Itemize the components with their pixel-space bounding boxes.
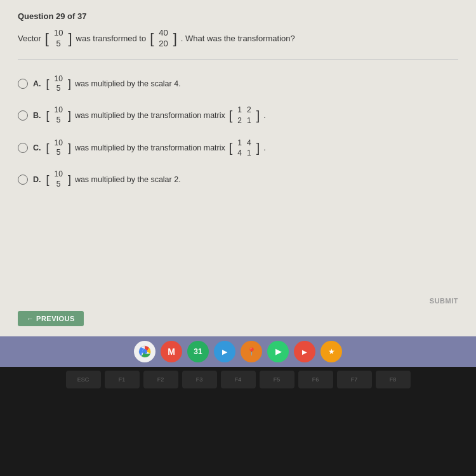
taskbar-youtube[interactable]: ▶ (294, 341, 315, 362)
br: ] (256, 136, 260, 161)
radio-b[interactable] (18, 110, 28, 121)
key-f4[interactable]: F4 (221, 371, 256, 388)
option-c-vector: [ 10 5 ] (46, 138, 71, 159)
vector-values: 10 5 (49, 27, 68, 50)
option-d-content: D. [ 10 5 ] was multiplied by the scalar… (33, 169, 181, 190)
key-f3[interactable]: F3 (182, 371, 217, 388)
radio-a[interactable] (18, 79, 28, 89)
av: 10 5 (50, 74, 68, 95)
taskbar-chrome[interactable] (134, 341, 155, 362)
key-f8[interactable]: F8 (376, 371, 411, 388)
bracket-right-2: ] (173, 27, 177, 50)
option-b-vector: [ 10 5 ] (46, 105, 71, 126)
vector-values-2: 40 20 (154, 27, 173, 50)
option-a-label: A. (33, 79, 41, 88)
option-a-content: A. [ 10 5 ] was multiplied by the scalar… (33, 74, 181, 95)
taskbar-meet[interactable]: ▶ (214, 341, 235, 362)
key-f2[interactable]: F2 (143, 371, 178, 388)
taskbar: M 31 ▶ 📍 ▶ ▶ ★ (0, 336, 476, 367)
cv: 10 5 (50, 138, 68, 159)
option-b-matrix: [ 12 21 ] (229, 103, 260, 128)
option-c-label: C. (33, 143, 41, 152)
key-f7[interactable]: F7 (337, 371, 372, 388)
option-c-matrix: [ 14 41 ] (229, 136, 260, 161)
option-a: A. [ 10 5 ] was multiplied by the scalar… (18, 74, 458, 95)
key-f1[interactable]: F1 (105, 371, 140, 388)
taskbar-calendar[interactable]: 31 (187, 341, 209, 362)
option-b-text: was multiplied by the transformation mat… (75, 111, 225, 120)
option-d-text: was multiplied by the scalar 2. (75, 175, 181, 184)
br: ] (68, 138, 71, 159)
option-a-vector: [ 10 5 ] (46, 74, 71, 95)
option-b-label: B. (33, 111, 41, 120)
vector-bottom: 5 (56, 39, 61, 50)
option-c-text: was multiplied by the transformation mat… (75, 143, 225, 152)
key-f6[interactable]: F6 (298, 371, 333, 388)
option-c-content: C. [ 10 5 ] was multiplied by the transf… (33, 136, 266, 161)
taskbar-gmail[interactable]: M (161, 341, 182, 362)
end-text: . What was the transformation? (181, 34, 295, 43)
br: ] (68, 169, 71, 190)
bv: 10 5 (50, 105, 68, 126)
br: ] (68, 74, 71, 95)
key-esc[interactable]: ESC (66, 371, 101, 388)
question-header: Question 29 of 37 (18, 11, 458, 21)
option-c-period: . (263, 143, 265, 152)
submit-button[interactable]: SUBMIT (430, 297, 458, 305)
dv: 10 5 (50, 169, 68, 190)
mid-text: was transformed to (76, 34, 147, 43)
bracket-right: ] (68, 27, 72, 50)
previous-button[interactable]: ← PREVIOUS (18, 311, 84, 326)
option-a-text: was multiplied by the scalar 4. (75, 79, 181, 88)
br: ] (256, 103, 260, 128)
option-d: D. [ 10 5 ] was multiplied by the scalar… (18, 169, 458, 190)
vector-bottom-2: 20 (159, 39, 168, 50)
option-d-vector: [ 10 5 ] (46, 169, 71, 190)
option-d-label: D. (33, 175, 41, 184)
radio-d[interactable] (18, 175, 28, 185)
option-b-period: . (263, 111, 265, 120)
vector-top: 10 (54, 28, 63, 39)
vector-label: Vector (18, 34, 41, 43)
options-list: A. [ 10 5 ] was multiplied by the scalar… (18, 74, 458, 190)
vector-top-2: 40 (159, 28, 168, 39)
bm: 12 21 (232, 103, 256, 128)
transformed-vector: [ 40 20 ] (150, 27, 177, 50)
taskbar-drive[interactable]: ★ (321, 341, 342, 362)
keyboard-area: ESC F1 F2 F3 F4 F5 F6 F7 F8 (0, 367, 476, 476)
taskbar-maps[interactable]: 📍 (241, 341, 262, 362)
br: ] (68, 105, 71, 126)
option-c: C. [ 10 5 ] was multiplied by the transf… (18, 136, 458, 161)
quiz-area: Question 29 of 37 Vector [ 10 5 ] was tr… (0, 0, 476, 336)
question-text: Vector [ 10 5 ] was transformed to [ 40 … (18, 27, 458, 60)
radio-c[interactable] (18, 143, 28, 153)
screen: Question 29 of 37 Vector [ 10 5 ] was tr… (0, 0, 476, 476)
taskbar-play[interactable]: ▶ (267, 341, 289, 362)
cm: 14 41 (232, 136, 256, 161)
key-f5[interactable]: F5 (260, 371, 294, 388)
option-b-content: B. [ 10 5 ] was multiplied by the transf… (33, 103, 266, 128)
option-b: B. [ 10 5 ] was multiplied by the transf… (18, 103, 458, 128)
original-vector: [ 10 5 ] (45, 27, 72, 50)
